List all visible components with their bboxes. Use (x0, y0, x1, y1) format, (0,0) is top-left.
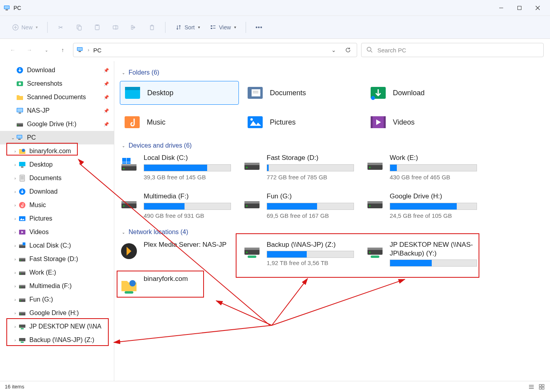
sidebar-pc-child[interactable]: ›Multimedia (F:) (0, 279, 114, 293)
folder-tile[interactable]: Documents (243, 81, 362, 105)
up-button[interactable]: ↑ (56, 44, 69, 56)
sidebar-pc-child[interactable]: ›Videos (0, 225, 114, 239)
sidebar-pc-child[interactable]: ›Download (0, 185, 114, 198)
pin-icon: 📌 (104, 122, 109, 127)
music-folder-icon (123, 113, 141, 131)
drive-tile[interactable]: Multimedia (F:) 490 GB free of 931 GB (120, 192, 239, 219)
share-button[interactable] (126, 21, 141, 33)
section-folders-header[interactable]: ⌄ Folders (6) (121, 69, 546, 76)
address-bar[interactable]: › PC ⌄ (73, 43, 357, 57)
clipboard-icon (94, 24, 101, 31)
sidebar-pc-child[interactable]: ›Documents (0, 171, 114, 185)
copy-button[interactable] (71, 21, 87, 33)
sidebar-pc-child[interactable]: ›Fast Storage (D:) (0, 252, 114, 266)
chevron-right-icon[interactable]: › (12, 203, 18, 208)
svg-rect-34 (19, 113, 21, 113)
chevron-right-icon[interactable]: › (12, 257, 18, 261)
paste-button[interactable] (90, 21, 105, 33)
svg-rect-21 (211, 28, 212, 29)
folder-tile[interactable]: Download (366, 81, 485, 105)
sidebar-pc-child[interactable]: ›binaryfork.com (0, 144, 114, 158)
section-drives-header[interactable]: ⌄ Devices and drives (6) (121, 142, 546, 149)
chevron-right-icon[interactable]: › (12, 297, 18, 302)
chevron-right-icon[interactable]: › (12, 176, 18, 181)
search-box[interactable] (361, 43, 544, 57)
drive-tile[interactable]: Fun (G:) 69,5 GB free of 167 GB (243, 192, 362, 219)
chevron-right-icon[interactable]: › (12, 149, 18, 154)
content-area[interactable]: ⌄ Folders (6) DesktopDocumentsDownloadMu… (114, 61, 550, 381)
folder-tile[interactable]: Music (120, 110, 239, 134)
history-dropdown[interactable]: ⌄ (40, 44, 52, 56)
sidebar-pc-child[interactable]: ›Desktop (0, 158, 114, 171)
drive-tile[interactable]: Work (E:) 430 GB free of 465 GB (366, 154, 485, 181)
section-network-header[interactable]: ⌄ Network locations (4) (121, 229, 546, 236)
network-tile[interactable]: Plex Media Server: NAS-JP (120, 240, 239, 267)
sidebar-quick-item[interactable]: Scanned Documents📌 (0, 90, 114, 104)
chevron-right-icon[interactable]: › (12, 162, 18, 167)
folder-tile[interactable]: Videos (366, 110, 485, 134)
chevron-right-icon[interactable]: › (12, 338, 18, 342)
chevron-down-icon[interactable]: ⌄ (10, 135, 16, 140)
sidebar-item-pc[interactable]: ⌄ PC (0, 131, 114, 144)
sidebar-quick-item[interactable]: NAS-JP📌 (0, 104, 114, 117)
folder-tile[interactable]: Desktop (120, 81, 239, 105)
back-button[interactable]: ← (6, 44, 19, 56)
address-dropdown[interactable]: ⌄ (328, 44, 339, 56)
drive-tile[interactable]: Fast Storage (D:) 772 GB free of 785 GB (243, 154, 362, 181)
svg-point-103 (246, 167, 248, 168)
refresh-button[interactable] (342, 44, 354, 56)
sidebar-pc-child[interactable]: ›Music (0, 198, 114, 212)
sort-button[interactable]: Sort ▾ (171, 21, 204, 33)
sidebar-pc-child[interactable]: ›Backup (\\NAS-JP) (Z:) (0, 333, 114, 347)
sidebar-quick-item[interactable]: Download📌 (0, 63, 114, 77)
new-button[interactable]: New ▾ (8, 21, 42, 33)
capacity-bar (390, 164, 477, 171)
chevron-right-icon[interactable]: › (12, 216, 18, 221)
drive-icon (18, 255, 26, 263)
folder-tile[interactable]: Pictures (243, 110, 362, 134)
svg-rect-64 (19, 285, 25, 286)
delete-button[interactable] (144, 21, 160, 33)
view-button[interactable]: View ▾ (206, 21, 240, 33)
sidebar[interactable]: Download📌Screenshots📌Scanned Documents📌N… (0, 61, 114, 381)
drive-tile[interactable]: Google Drive (H:) 24,5 GB free of 105 GB (366, 192, 485, 219)
forward-button[interactable]: → (23, 44, 36, 56)
details-view-button[interactable] (528, 383, 535, 390)
close-button[interactable] (529, 0, 547, 16)
chevron-right-icon[interactable]: › (12, 311, 18, 315)
net-folder-icon (18, 147, 26, 155)
svg-rect-130 (539, 384, 541, 386)
tiles-view-button[interactable] (538, 383, 545, 390)
sidebar-pc-child[interactable]: ›Google Drive (H:) (0, 306, 114, 320)
chevron-right-icon[interactable]: › (12, 243, 18, 248)
more-button[interactable]: ••• (252, 21, 267, 33)
command-bar: New ▾ ✂ Sort ▾ View ▾ ••• (0, 16, 550, 39)
pc-icon (77, 46, 84, 54)
cut-button[interactable]: ✂ (53, 21, 68, 33)
sidebar-quick-item[interactable]: Google Drive (H:)📌 (0, 117, 114, 131)
maximize-button[interactable] (510, 0, 529, 16)
breadcrumb-root[interactable]: PC (93, 47, 102, 54)
search-icon (366, 46, 373, 54)
svg-rect-13 (96, 25, 98, 26)
sidebar-pc-child[interactable]: ›Fun (G:) (0, 293, 114, 306)
sidebar-pc-child[interactable]: ›Work (E:) (0, 266, 114, 279)
svg-point-85 (371, 96, 375, 100)
chevron-right-icon[interactable]: › (12, 230, 18, 234)
chevron-right-icon[interactable]: › (12, 284, 18, 288)
sidebar-quick-item[interactable]: Screenshots📌 (0, 77, 114, 90)
network-tile[interactable]: Backup (\\NAS-JP) (Z:)1,92 TB free of 3,… (243, 240, 362, 267)
minimize-button[interactable] (492, 0, 510, 16)
drive-tile[interactable]: Local Disk (C:) 39,3 GB free of 145 GB (120, 154, 239, 181)
chevron-right-icon[interactable]: › (12, 270, 18, 275)
search-input[interactable] (377, 46, 538, 54)
sidebar-pc-child[interactable]: ›Local Disk (C:) (0, 239, 114, 252)
rename-button[interactable] (108, 21, 123, 33)
sidebar-pc-child[interactable]: ›JP DESKTOP NEW (\\NA (0, 320, 114, 333)
network-tile[interactable]: binaryfork.com (120, 275, 239, 294)
sidebar-pc-child[interactable]: ›Pictures (0, 212, 114, 225)
svg-rect-67 (19, 298, 25, 300)
chevron-right-icon[interactable]: › (12, 324, 18, 329)
chevron-right-icon[interactable]: › (12, 189, 18, 194)
network-tile[interactable]: JP DESKTOP NEW (\\NAS-JP\Backup) (Y:) (366, 240, 485, 267)
